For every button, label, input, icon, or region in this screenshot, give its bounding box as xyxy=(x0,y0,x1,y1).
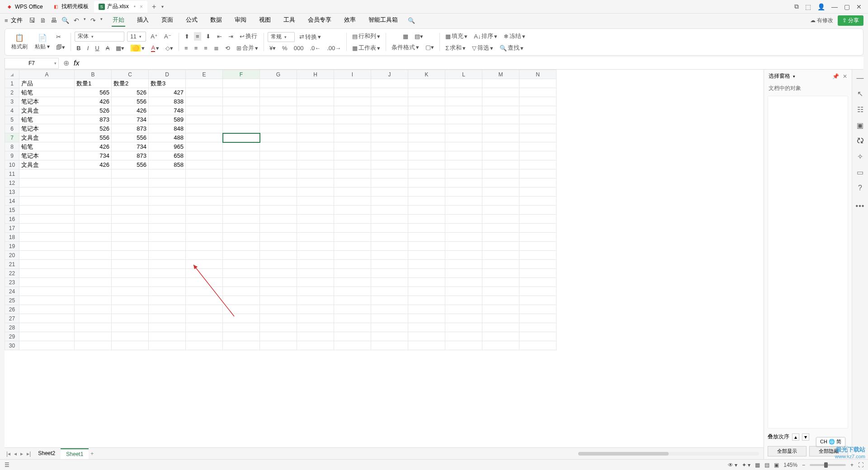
cell-D26[interactable] xyxy=(149,305,186,314)
cell-G18[interactable] xyxy=(260,233,297,242)
menu-tab-4[interactable]: 数据 xyxy=(209,14,223,27)
cell-K16[interactable] xyxy=(408,215,445,224)
cell-D16[interactable] xyxy=(149,215,186,224)
cell-N26[interactable] xyxy=(519,305,557,314)
cell-B8[interactable]: 426 xyxy=(75,142,112,151)
cell-E27[interactable] xyxy=(186,314,223,323)
row-header-7[interactable]: 7 xyxy=(5,133,19,142)
cell-G28[interactable] xyxy=(260,323,297,332)
cell-J7[interactable] xyxy=(371,133,408,142)
cell-J24[interactable] xyxy=(371,287,408,296)
cell-A2[interactable]: 铅笔 xyxy=(19,88,75,97)
cell-I3[interactable] xyxy=(334,97,371,106)
cell-E28[interactable] xyxy=(186,323,223,332)
cell-G15[interactable] xyxy=(260,206,297,215)
cell-D24[interactable] xyxy=(149,287,186,296)
settings-rail-icon[interactable]: ✧ xyxy=(857,152,863,161)
filter-button[interactable]: ▽ 筛选▾ xyxy=(470,43,495,53)
cell-C26[interactable] xyxy=(112,305,149,314)
cell-G19[interactable] xyxy=(260,242,297,251)
cell-K24[interactable] xyxy=(408,287,445,296)
cell-L5[interactable] xyxy=(445,115,482,124)
cell-M25[interactable] xyxy=(482,296,519,305)
cell-H18[interactable] xyxy=(297,233,334,242)
cell-I6[interactable] xyxy=(334,124,371,133)
align-middle-icon[interactable]: ≡ xyxy=(194,32,201,41)
cell-F22[interactable] xyxy=(223,269,260,278)
cell-D22[interactable] xyxy=(149,269,186,278)
cell-I22[interactable] xyxy=(334,269,371,278)
cell-I28[interactable] xyxy=(334,323,371,332)
cell-L1[interactable] xyxy=(445,79,482,88)
cell-J26[interactable] xyxy=(371,305,408,314)
cell-F16[interactable] xyxy=(223,215,260,224)
cell-C28[interactable] xyxy=(112,323,149,332)
cell-M27[interactable] xyxy=(482,314,519,323)
worksheet-button[interactable]: ▦ 工作表▾ xyxy=(350,43,382,53)
row-header-29[interactable]: 29 xyxy=(5,332,19,341)
cell-L6[interactable] xyxy=(445,124,482,133)
cell-N18[interactable] xyxy=(519,233,557,242)
cell-D18[interactable] xyxy=(149,233,186,242)
cell-C8[interactable]: 734 xyxy=(112,142,149,151)
cell-L10[interactable] xyxy=(445,160,482,169)
cell-M6[interactable] xyxy=(482,124,519,133)
cell-L15[interactable] xyxy=(445,206,482,215)
style-rail-icon[interactable]: ☷ xyxy=(857,105,863,114)
cell-C30[interactable] xyxy=(112,341,149,350)
cell-M28[interactable] xyxy=(482,323,519,332)
cell-G20[interactable] xyxy=(260,251,297,260)
close-window-button[interactable]: ✕ xyxy=(856,3,862,10)
cell-G8[interactable] xyxy=(260,142,297,151)
cell-J27[interactable] xyxy=(371,314,408,323)
row-header-10[interactable]: 10 xyxy=(5,160,19,169)
cell-L29[interactable] xyxy=(445,332,482,341)
align-right-icon[interactable]: ≡ xyxy=(202,44,209,52)
col-header-A[interactable]: A xyxy=(19,70,75,79)
menu-tab-6[interactable]: 视图 xyxy=(258,14,272,27)
sheet-nav-next[interactable]: ▸ xyxy=(19,451,25,457)
cell-M15[interactable] xyxy=(482,206,519,215)
cube-icon[interactable]: ⬚ xyxy=(805,3,811,10)
cell-F1[interactable] xyxy=(223,79,260,88)
cell-K6[interactable] xyxy=(408,124,445,133)
row-header-8[interactable]: 8 xyxy=(5,142,19,151)
col-header-F[interactable]: F xyxy=(223,70,260,79)
export-icon[interactable]: 🗎 xyxy=(40,17,46,24)
cell-D27[interactable] xyxy=(149,314,186,323)
cell-C6[interactable]: 873 xyxy=(112,124,149,133)
col-header-M[interactable]: M xyxy=(482,70,519,79)
zoom-out-button[interactable]: − xyxy=(802,462,805,468)
cell-M4[interactable] xyxy=(482,106,519,115)
cell-K18[interactable] xyxy=(408,233,445,242)
cell-H23[interactable] xyxy=(297,278,334,287)
menu-tab-9[interactable]: 效率 xyxy=(343,14,357,27)
convert-button[interactable]: ⇄ 转换▾ xyxy=(297,32,323,42)
cell-B20[interactable] xyxy=(75,251,112,260)
app-tab[interactable]: ◆ WPS Office xyxy=(2,1,47,13)
spreadsheet-grid[interactable]: ◢ABCDEFGHIJKLMN1产品数量1数量2数量32铅笔5655264273… xyxy=(5,70,557,350)
cell-B22[interactable] xyxy=(75,269,112,278)
cell-K15[interactable] xyxy=(408,206,445,215)
hscrollbar[interactable] xyxy=(578,452,759,456)
cell-E21[interactable] xyxy=(186,260,223,269)
cell-G6[interactable] xyxy=(260,124,297,133)
cell-I30[interactable] xyxy=(334,341,371,350)
cell-I15[interactable] xyxy=(334,206,371,215)
cell-M17[interactable] xyxy=(482,224,519,233)
cell-K23[interactable] xyxy=(408,278,445,287)
cell-H29[interactable] xyxy=(297,332,334,341)
cell-K4[interactable] xyxy=(408,106,445,115)
move-up-icon[interactable]: ▴ xyxy=(792,433,799,441)
cell-L2[interactable] xyxy=(445,88,482,97)
row-header-17[interactable]: 17 xyxy=(5,224,19,233)
cell-B2[interactable]: 565 xyxy=(75,88,112,97)
cell-J20[interactable] xyxy=(371,251,408,260)
zoom-label[interactable]: 145% xyxy=(783,462,797,468)
cell-I27[interactable] xyxy=(334,314,371,323)
cell-F29[interactable] xyxy=(223,332,260,341)
cell-E24[interactable] xyxy=(186,287,223,296)
sheet-tab-Sheet1[interactable]: Sheet1 xyxy=(61,448,89,459)
align-justify-icon[interactable]: ≣ xyxy=(212,44,221,52)
row-header-16[interactable]: 16 xyxy=(5,215,19,224)
